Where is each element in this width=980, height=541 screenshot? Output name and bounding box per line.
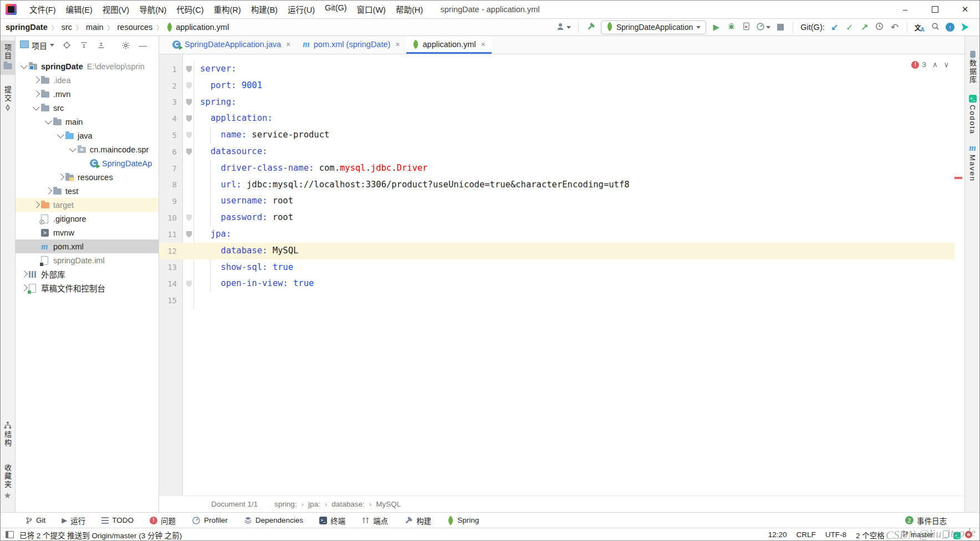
code-line[interactable]: 12 database: MySQL xyxy=(159,243,955,259)
tree-row[interactable]: >mvnw xyxy=(16,226,159,239)
commit-button[interactable]: ✓ xyxy=(845,21,855,33)
code-line[interactable]: 1server: xyxy=(159,61,955,78)
history-button[interactable] xyxy=(875,21,885,33)
next-error-icon[interactable]: ∨ xyxy=(943,60,949,69)
chevron-down-icon[interactable] xyxy=(31,105,41,110)
inspections-widget[interactable]: !3 ∧ ∨ xyxy=(911,60,949,69)
tool-window-button-问题[interactable]: !问题 xyxy=(150,515,176,526)
chevron-right-icon[interactable] xyxy=(19,272,29,277)
code-line[interactable]: 4 application: xyxy=(159,110,955,127)
tree-row[interactable]: main xyxy=(16,115,159,129)
menu-item[interactable]: 帮助(H) xyxy=(391,3,428,15)
fold-marker-icon[interactable] xyxy=(186,99,192,105)
tree-row[interactable]: .idea xyxy=(16,73,159,87)
menu-item[interactable]: 编辑(E) xyxy=(61,3,98,15)
menu-item[interactable]: 重构(R) xyxy=(208,3,246,15)
menu-item[interactable]: 构建(B) xyxy=(246,3,283,15)
push-button[interactable]: ↗ xyxy=(860,21,870,33)
chevron-down-icon[interactable] xyxy=(68,147,78,152)
menu-item[interactable]: 视图(V) xyxy=(98,3,134,15)
star-icon[interactable]: ★ xyxy=(4,491,11,501)
tool-window-button-dependencies[interactable]: Dependencies xyxy=(244,516,303,524)
breadcrumb-item[interactable]: springDate xyxy=(6,23,48,32)
maximize-icon[interactable] xyxy=(920,0,950,18)
code-line[interactable]: 6 datasource: xyxy=(159,144,955,160)
menu-item[interactable]: Git(G) xyxy=(320,3,351,15)
chevron-right-icon[interactable] xyxy=(43,188,53,193)
code-line[interactable]: 3spring: xyxy=(159,94,955,111)
fold-marker-icon[interactable] xyxy=(186,149,192,155)
fold-marker-icon[interactable] xyxy=(186,280,192,287)
editor-tab[interactable]: mpom.xml (springDate)× xyxy=(297,37,406,54)
plugin-promo-icon[interactable] xyxy=(960,21,970,33)
code-line[interactable]: 2 port: 9001 xyxy=(159,78,955,94)
code-line[interactable]: 11 jpa: xyxy=(159,226,955,243)
expand-all-button[interactable] xyxy=(79,39,89,52)
fold-marker-icon[interactable] xyxy=(186,132,192,139)
yaml-breadcrumb-item[interactable]: MySQL xyxy=(376,500,401,508)
tree-row[interactable]: springDateE:\develop\sprin xyxy=(16,59,159,73)
panel-settings-button[interactable] xyxy=(121,39,131,52)
tree-row[interactable]: java xyxy=(16,129,159,142)
chevron-right-icon[interactable] xyxy=(31,91,41,96)
fold-marker-icon[interactable] xyxy=(186,231,192,238)
locate-file-button[interactable] xyxy=(62,39,72,52)
tool-stripe-codota[interactable]: Codota xyxy=(968,105,977,135)
tree-row[interactable]: .mvn xyxy=(16,87,159,101)
tree-row[interactable]: 外部库 xyxy=(16,267,159,281)
chevron-right-icon[interactable] xyxy=(55,175,65,180)
chevron-down-icon[interactable] xyxy=(19,64,29,69)
tool-window-button-todo[interactable]: TODO xyxy=(101,516,134,524)
update-available-button[interactable]: ↑ xyxy=(945,21,955,33)
indent-indicator[interactable]: 2 个空格 xyxy=(856,529,885,540)
update-project-button[interactable]: ↙ xyxy=(830,21,840,33)
database-icon[interactable] xyxy=(969,50,976,60)
tool-stripe-commit[interactable]: 提交 xyxy=(2,86,13,103)
tool-window-button-profiler[interactable]: Profiler xyxy=(192,516,228,525)
code-line[interactable]: 14 open-in-view: true xyxy=(159,275,955,292)
yaml-breadcrumb-item[interactable]: jpa: xyxy=(308,500,320,508)
tree-row[interactable]: src xyxy=(16,101,159,115)
tree-row[interactable]: .gitignore xyxy=(16,212,159,226)
tool-stripe-database[interactable]: 数据库 xyxy=(967,59,978,84)
menu-item[interactable]: 文件(F) xyxy=(24,3,61,15)
chevron-right-icon[interactable] xyxy=(31,202,41,207)
menu-item[interactable]: 窗口(W) xyxy=(352,3,391,15)
tree-row[interactable]: CSpringDateAp xyxy=(16,156,159,170)
breadcrumb-item[interactable]: application.yml xyxy=(166,23,229,32)
code-line[interactable]: 9 username: root xyxy=(159,193,955,210)
editor-tab[interactable]: application.yml× xyxy=(406,37,492,54)
chevron-right-icon[interactable] xyxy=(19,285,29,290)
menu-item[interactable]: 运行(U) xyxy=(283,3,320,15)
maven-icon[interactable]: m xyxy=(969,144,976,152)
tab-close-icon[interactable]: × xyxy=(286,40,290,49)
stop-button[interactable] xyxy=(775,21,785,33)
tree-row[interactable]: target xyxy=(16,198,159,212)
translate-button[interactable]: 文A xyxy=(915,21,925,33)
code-line[interactable]: 8 url: jdbc:mysql://localhost:3306/produ… xyxy=(159,177,955,193)
fold-marker-icon[interactable] xyxy=(186,215,192,221)
user-account-button[interactable] xyxy=(556,21,571,33)
code-line[interactable]: 10 password: root xyxy=(159,210,955,226)
run-button[interactable]: ▶ xyxy=(711,21,721,33)
profiler-status-icon[interactable] xyxy=(965,531,972,538)
readonly-icon[interactable] xyxy=(943,530,949,539)
tool-window-switcher-icon[interactable] xyxy=(6,531,14,538)
editor-tab[interactable]: CSpringDateApplication.java× xyxy=(166,37,297,54)
tree-row[interactable]: test xyxy=(16,184,159,198)
code-line[interactable]: 5 name: service-product xyxy=(159,127,955,144)
code-line[interactable]: 13 show-sql: true xyxy=(159,259,955,276)
line-separator-indicator[interactable]: CRLF xyxy=(796,530,815,539)
rollback-button[interactable]: ↶ xyxy=(890,21,900,33)
tool-window-button-端点[interactable]: 端点 xyxy=(361,515,388,526)
tool-window-button-spring[interactable]: Spring xyxy=(447,516,479,524)
breadcrumb-item[interactable]: src xyxy=(62,23,72,32)
prev-error-icon[interactable]: ∧ xyxy=(932,60,938,69)
tab-close-icon[interactable]: × xyxy=(481,40,485,49)
debug-button[interactable] xyxy=(726,21,736,33)
tool-window-button-构建[interactable]: 构建 xyxy=(404,515,431,526)
breadcrumb-item[interactable]: resources xyxy=(118,23,153,32)
git-branch-widget[interactable]: master xyxy=(902,530,933,539)
tool-window-button-终端[interactable]: >_终端 xyxy=(319,515,345,526)
code-line[interactable]: 15 xyxy=(159,292,955,309)
